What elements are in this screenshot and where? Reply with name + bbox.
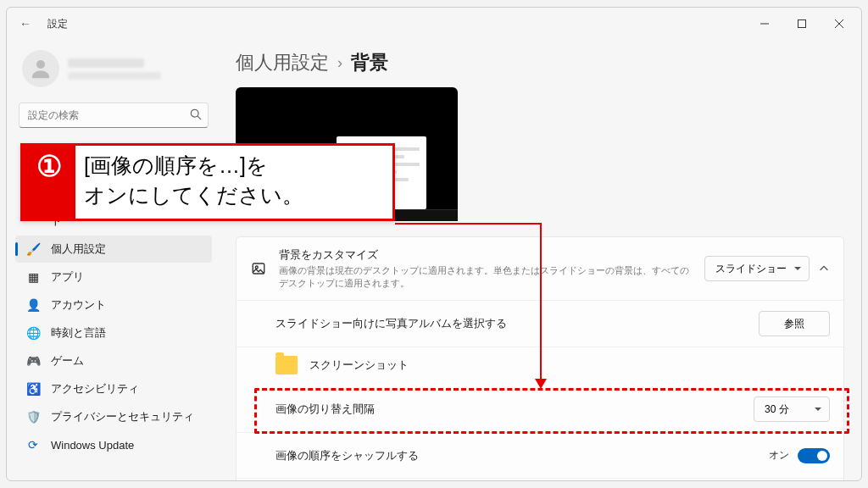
avatar	[22, 50, 59, 87]
nav-label: Windows Update	[51, 439, 134, 452]
nav-apps[interactable]: ▦アプリ	[15, 263, 212, 291]
image-icon	[250, 260, 267, 277]
title-bar: ← 設定	[7, 8, 861, 40]
accessibility-icon: ♿	[25, 381, 41, 396]
customize-desc: 画像の背景は現在のデスクトップに適用されます。単色またはスライドショーの背景は、…	[279, 264, 693, 290]
annotation-arrow-head	[535, 379, 547, 395]
nav-gaming[interactable]: 🎮ゲーム	[15, 347, 212, 374]
annotation-text: [画像の順序を…]を オンにしてください。	[75, 146, 392, 219]
nav-windows-update[interactable]: ⟳Windows Update	[15, 431, 212, 458]
window-title: 設定	[47, 17, 68, 31]
nav-label: ゲーム	[51, 353, 84, 369]
shield-icon: 🛡️	[25, 409, 41, 424]
svg-point-4	[36, 60, 45, 69]
close-button[interactable]	[821, 11, 858, 36]
svg-rect-1	[798, 20, 806, 28]
customize-title: 背景をカスタマイズ	[279, 247, 693, 263]
apps-icon: ▦	[25, 269, 41, 285]
nav-accessibility[interactable]: ♿アクセシビリティ	[15, 375, 212, 402]
browse-button[interactable]: 参照	[759, 311, 830, 336]
shuffle-title: 画像の順序をシャッフルする	[275, 448, 757, 463]
search-box[interactable]	[19, 103, 209, 128]
folder-icon	[275, 356, 298, 374]
chevron-up-icon[interactable]	[818, 263, 830, 274]
nav-label: アカウント	[51, 297, 106, 313]
page-title: 背景	[351, 50, 388, 75]
nav-label: 個人用設定	[51, 241, 106, 257]
minimize-button[interactable]	[746, 11, 783, 36]
shuffle-state-label: オン	[769, 448, 789, 463]
nav-label: アクセシビリティ	[51, 381, 139, 396]
annotation-number: ①	[23, 146, 75, 219]
game-icon: 🎮	[25, 353, 41, 369]
maximize-button[interactable]	[783, 11, 821, 36]
nav-label: 時刻と言語	[51, 325, 106, 341]
nav-label: プライバシーとセキュリティ	[51, 409, 194, 424]
breadcrumb: 個人用設定 › 背景	[236, 50, 844, 75]
shuffle-toggle[interactable]	[798, 448, 830, 463]
nav-privacy[interactable]: 🛡️プライバシーとセキュリティ	[15, 403, 212, 430]
album-title: スライドショー向けに写真アルバムを選択する	[275, 316, 747, 331]
background-type-select[interactable]: スライドショー	[704, 256, 810, 281]
nav-label: アプリ	[51, 269, 84, 285]
back-button[interactable]: ←	[10, 17, 41, 30]
svg-point-5	[191, 109, 198, 117]
update-icon: ⟳	[25, 437, 41, 452]
battery-row: バッテリー使用時でもスライドショーを実行する オフ	[236, 479, 843, 480]
nav-accounts[interactable]: 👤アカウント	[15, 291, 212, 319]
interval-title: 画像の切り替え間隔	[275, 402, 742, 417]
chevron-right-icon: ›	[337, 54, 342, 72]
nav-time-language[interactable]: 🌐時刻と言語	[15, 319, 212, 347]
globe-icon: 🌐	[25, 325, 41, 341]
folder-name: スクリーンショット	[309, 358, 409, 373]
nav-personalization[interactable]: 🖌️個人用設定	[15, 236, 212, 263]
annotation-arrow-h	[395, 223, 541, 225]
search-input[interactable]	[19, 103, 209, 128]
breadcrumb-parent[interactable]: 個人用設定	[236, 50, 329, 75]
user-profile[interactable]	[14, 43, 214, 101]
brush-icon: 🖌️	[25, 241, 41, 257]
interval-select[interactable]: 30 分	[754, 396, 830, 422]
sidebar: 💻システム ᛒBluetooth とデバイス ◆ネットワークとインターネット 🖌…	[7, 40, 220, 480]
svg-point-8	[255, 266, 258, 269]
account-icon: 👤	[25, 297, 41, 313]
user-info	[68, 58, 161, 80]
svg-line-6	[198, 116, 201, 119]
annotation-arrow-v	[540, 223, 542, 382]
search-icon	[190, 108, 202, 124]
shuffle-row: 画像の順序をシャッフルする オン	[236, 433, 843, 479]
annotation-callout: ① [画像の順序を…]を オンにしてください。	[20, 143, 395, 221]
